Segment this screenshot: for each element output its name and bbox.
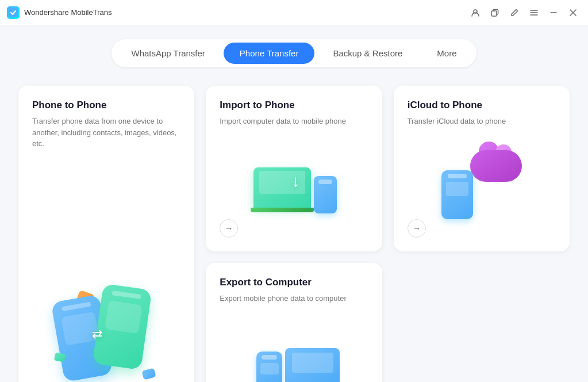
titlebar-controls xyxy=(467,5,581,21)
export-to-computer-title: Export to Computer xyxy=(220,277,368,288)
icloud-to-phone-card[interactable]: iCloud to Phone Transfer iCloud data to … xyxy=(394,86,570,251)
cloud-shape: ↓ xyxy=(470,150,522,182)
laptop-export xyxy=(285,348,340,382)
import-to-phone-desc: Import computer data to mobile phone xyxy=(220,116,368,127)
app-name: Wondershare MobileTrans xyxy=(24,8,112,17)
laptop-shape: ↓ xyxy=(253,167,311,208)
app-icon xyxy=(7,6,20,19)
import-to-phone-title: Import to Phone xyxy=(220,100,368,111)
tab-phone-transfer[interactable]: Phone Transfer xyxy=(224,43,315,64)
nav-tabs: WhatsApp Transfer Phone Transfer Backup … xyxy=(112,39,476,67)
phone-export xyxy=(256,352,282,382)
export-illustration: → xyxy=(220,304,368,382)
phone-transfer-arrow: ⇄ xyxy=(92,327,102,342)
import-illustration: ↓ xyxy=(220,127,368,219)
export-to-computer-desc: Export mobile phone data to computer xyxy=(220,293,368,304)
edit-button[interactable] xyxy=(506,5,522,21)
tab-more[interactable]: More xyxy=(421,43,472,64)
phone-icloud xyxy=(441,170,473,219)
laptop-base xyxy=(251,208,314,212)
tab-backup-restore[interactable]: Backup & Restore xyxy=(317,43,418,64)
phone-to-phone-title: Phone to Phone xyxy=(32,100,180,111)
window-button[interactable] xyxy=(487,5,503,21)
phone-to-phone-desc: Transfer phone data from one device to a… xyxy=(32,116,180,150)
account-button[interactable] xyxy=(467,5,483,21)
cards-grid: Phone to Phone Transfer phone data from … xyxy=(18,86,570,382)
tab-whatsapp-transfer[interactable]: WhatsApp Transfer xyxy=(115,43,221,64)
icloud-illustration: ↓ xyxy=(408,127,556,219)
phone-to-phone-card[interactable]: Phone to Phone Transfer phone data from … xyxy=(18,86,194,382)
export-to-computer-card[interactable]: Export to Computer Export mobile phone d… xyxy=(206,263,382,383)
svg-rect-0 xyxy=(9,8,18,17)
phone-to-phone-illustration: ⇄ xyxy=(32,150,180,383)
titlebar: Wondershare MobileTrans xyxy=(0,0,588,25)
main-content: WhatsApp Transfer Phone Transfer Backup … xyxy=(0,25,588,382)
svg-rect-2 xyxy=(491,11,497,16)
icloud-to-phone-title: iCloud to Phone xyxy=(408,100,556,111)
cloud-arrow: ↓ xyxy=(497,182,502,194)
import-to-phone-arrow-btn[interactable]: → xyxy=(220,219,238,238)
deco-blue xyxy=(141,368,156,380)
import-to-phone-card[interactable]: Import to Phone Import computer data to … xyxy=(206,86,382,251)
minimize-button[interactable] xyxy=(545,5,562,21)
menu-button[interactable] xyxy=(526,5,542,21)
titlebar-left: Wondershare MobileTrans xyxy=(7,6,112,19)
close-button[interactable] xyxy=(565,5,581,21)
icloud-to-phone-desc: Transfer iCloud data to phone xyxy=(408,116,556,127)
icloud-to-phone-arrow-btn[interactable]: → xyxy=(408,219,426,238)
laptop-arrow: ↓ xyxy=(291,172,299,190)
phone-small xyxy=(314,176,337,213)
deco-green xyxy=(54,353,66,362)
